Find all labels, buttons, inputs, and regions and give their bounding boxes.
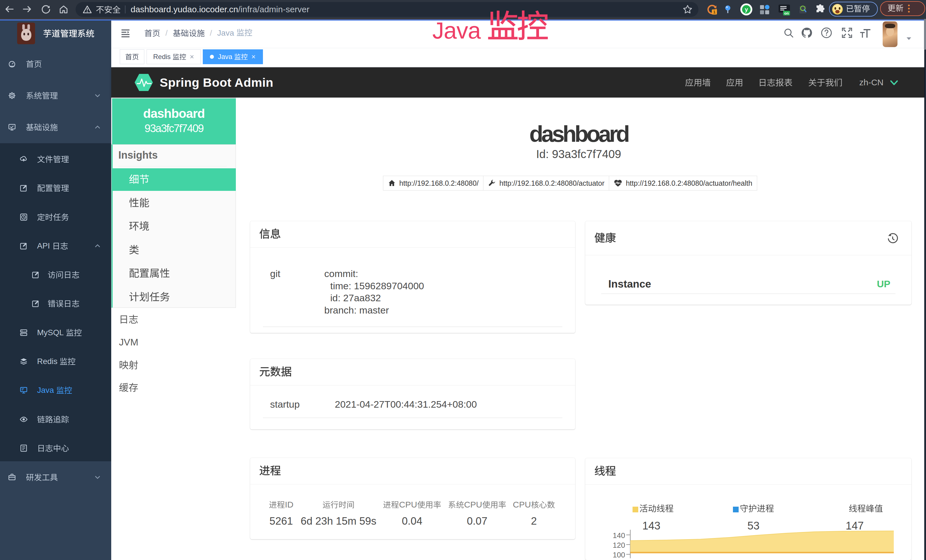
svg-text:1: 1 [713, 9, 716, 14]
svg-text:on: on [784, 11, 789, 15]
svg-text:y: y [744, 6, 748, 12]
